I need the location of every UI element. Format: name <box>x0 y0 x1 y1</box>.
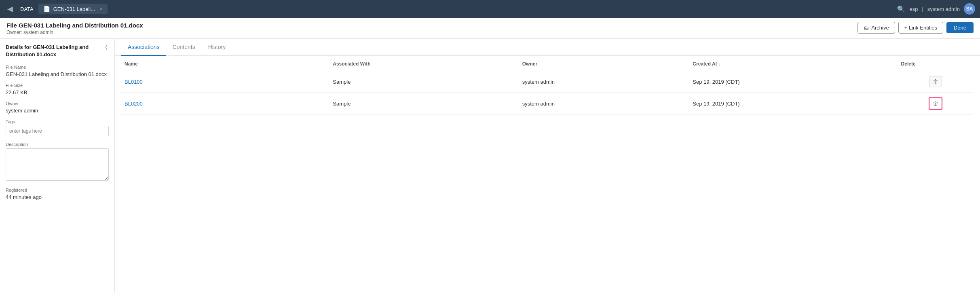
doc-icon: 📄 <box>43 6 50 12</box>
field-filesize-value: 22.67 KB <box>6 89 109 95</box>
tab-close-button[interactable]: × <box>100 6 103 12</box>
username-label: system admin <box>927 6 960 12</box>
row2-delete-cell: 🗑 <box>898 93 974 115</box>
field-filename-label: File Name <box>6 65 109 70</box>
row2-name-link[interactable]: BL0200 <box>125 101 143 107</box>
right-panel: Associations Contents History Name Asso <box>115 39 980 293</box>
field-tags-label: Tags <box>6 119 109 124</box>
row1-delete-button[interactable]: 🗑 <box>929 76 942 87</box>
row1-created: Sep 19, 2019 (CDT) <box>689 71 898 93</box>
file-owner: Owner: system admin <box>6 30 143 35</box>
separator: | <box>922 6 923 12</box>
collapse-button[interactable]: ⟨ <box>103 44 109 51</box>
row1-name-link[interactable]: BL0100 <box>125 79 143 85</box>
tab-associations-label: Associations <box>128 44 160 50</box>
row1-associated: Sample <box>329 71 519 93</box>
field-owner: Owner system admin <box>6 101 109 114</box>
tab-contents-label: Contents <box>173 44 195 50</box>
topbar-right: 🔍 esp | system admin SA <box>897 3 975 15</box>
link-entities-button[interactable]: + Link Entities <box>898 22 943 34</box>
field-filename-value: GEN-031 Labeling and Distribution 01.doc… <box>6 71 109 77</box>
field-owner-label: Owner <box>6 101 109 106</box>
field-description: Description <box>6 142 109 182</box>
panel-title: Details for GEN-031 Labeling and Distrib… <box>6 44 103 58</box>
archive-label: Archive <box>871 25 889 31</box>
panel-title-area: Details for GEN-031 Labeling and Distrib… <box>6 44 109 58</box>
tabs-bar: Associations Contents History <box>115 39 980 56</box>
field-filesize-label: File Size <box>6 83 109 88</box>
table-row: BL0200 Sample system admin Sep 19, 2019 … <box>121 93 974 115</box>
col-header-created[interactable]: Created At ↓ <box>689 56 898 71</box>
done-label: Done <box>954 25 966 31</box>
row1-owner: system admin <box>519 71 690 93</box>
field-registered-value: 44 minutes ago <box>6 194 109 200</box>
tab-history[interactable]: History <box>202 39 232 56</box>
avatar-initials: SA <box>966 6 973 12</box>
archive-icon: 🗂 <box>864 25 869 31</box>
file-header: File GEN-031 Labeling and Distribution 0… <box>0 18 980 39</box>
left-panel: Details for GEN-031 Labeling and Distrib… <box>0 39 115 293</box>
row2-name: BL0200 <box>121 93 329 115</box>
file-header-left: File GEN-031 Labeling and Distribution 0… <box>6 22 143 35</box>
archive-button[interactable]: 🗂 Archive <box>858 22 895 34</box>
app-label: DATA <box>20 6 34 12</box>
col-header-associated: Associated With <box>329 56 519 71</box>
tab-associations[interactable]: Associations <box>121 39 166 56</box>
search-icon[interactable]: 🔍 <box>897 5 905 13</box>
back-button[interactable]: ◀ <box>5 3 15 15</box>
field-registered-label: Registered <box>6 188 109 192</box>
tab-contents[interactable]: Contents <box>166 39 202 56</box>
table-row: BL0100 Sample system admin Sep 19, 2019 … <box>121 71 974 93</box>
row2-associated: Sample <box>329 93 519 115</box>
main-content: Details for GEN-031 Labeling and Distrib… <box>0 39 980 293</box>
field-filesize: File Size 22.67 KB <box>6 83 109 95</box>
tab-title: GEN-031 Labeli... <box>53 6 95 12</box>
row2-owner: system admin <box>519 93 690 115</box>
field-tags: Tags <box>6 119 109 136</box>
avatar: SA <box>964 3 975 15</box>
file-title: File GEN-031 Labeling and Distribution 0… <box>6 22 143 29</box>
field-filename: File Name GEN-031 Labeling and Distribut… <box>6 65 109 77</box>
field-registered: Registered 44 minutes ago <box>6 188 109 200</box>
active-tab[interactable]: 📄 GEN-031 Labeli... × <box>38 4 108 14</box>
associations-table: Name Associated With Owner Created At ↓ <box>121 56 974 115</box>
description-textarea[interactable] <box>6 148 109 181</box>
topbar: ◀ DATA 📄 GEN-031 Labeli... × 🔍 esp | sys… <box>0 0 980 18</box>
col-header-owner: Owner <box>519 56 690 71</box>
tab-history-label: History <box>208 44 226 50</box>
row2-delete-button[interactable]: 🗑 <box>929 97 942 110</box>
field-description-label: Description <box>6 142 109 147</box>
row2-created: Sep 19, 2019 (CDT) <box>689 93 898 115</box>
file-header-right: 🗂 Archive + Link Entities Done <box>858 22 974 34</box>
row1-name: BL0100 <box>121 71 329 93</box>
field-owner-value: system admin <box>6 108 109 114</box>
col-header-delete: Delete <box>898 56 974 71</box>
row1-delete-cell: 🗑 <box>898 71 974 93</box>
col-header-name: Name <box>121 56 329 71</box>
tags-input[interactable] <box>6 126 109 136</box>
done-button[interactable]: Done <box>946 22 974 33</box>
link-label: + Link Entities <box>904 25 937 31</box>
associations-table-area: Name Associated With Owner Created At ↓ <box>115 56 980 115</box>
back-icon: ◀ <box>7 4 13 13</box>
lang-label: esp <box>909 6 918 12</box>
